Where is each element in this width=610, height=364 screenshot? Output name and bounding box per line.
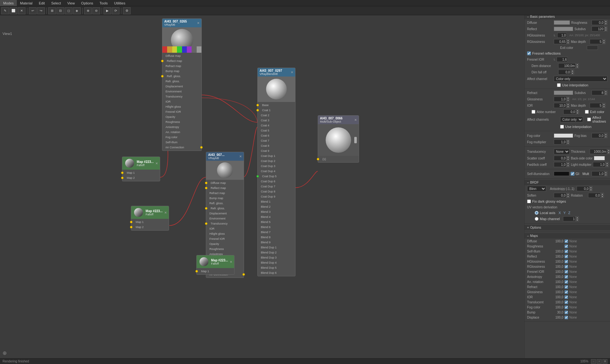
subdivs-down[interactable]: ▼ — [604, 29, 607, 31]
check-abbe[interactable] — [532, 110, 535, 114]
mult-up[interactable]: ▲ — [604, 171, 607, 174]
port-blend-dup5[interactable]: Blend Dup 5 — [258, 265, 295, 270]
port-coat-dup1[interactable]: Coat Dup 1 — [258, 153, 295, 158]
port-inner-refr-gloss[interactable]: Refr. gloss. — [206, 206, 244, 211]
section-maps-header[interactable]: – Maps — [525, 233, 610, 239]
menu-select[interactable]: Select — [48, 0, 64, 6]
port-translucency[interactable]: Translucency — [162, 94, 201, 99]
radio-local-axis[interactable] — [535, 211, 539, 215]
input-refract-subdivs[interactable] — [592, 90, 604, 95]
port-inner-opacity[interactable]: Opacity — [206, 241, 244, 246]
port-anisotropy[interactable]: Anisotropy — [162, 125, 201, 130]
scatter-up[interactable]: ▲ — [566, 156, 570, 158]
node-falloff2-close[interactable]: ✕ — [164, 211, 167, 214]
input-rglossiness[interactable] — [554, 39, 566, 44]
port-blend4[interactable]: Blend 4 — [258, 214, 295, 219]
map-check-1[interactable] — [565, 245, 568, 248]
map-check-11[interactable] — [565, 295, 568, 299]
dem-up[interactable]: ▲ — [576, 63, 579, 66]
thick-up[interactable]: ▲ — [607, 149, 610, 152]
map-check-4[interactable] — [565, 260, 568, 263]
section-brdf-header[interactable]: – BRDF — [525, 180, 610, 185]
port-inner-reflect[interactable]: Reflect map — [206, 185, 244, 191]
swatch-fog-color[interactable] — [554, 133, 573, 138]
input-hgloss-l[interactable] — [557, 33, 567, 38]
input-feedback[interactable] — [554, 162, 566, 167]
roughness-down[interactable]: ▼ — [604, 23, 607, 25]
port-coat2[interactable]: Coat 2 — [258, 113, 295, 118]
select-brdf-type[interactable]: Blinn — [527, 186, 546, 192]
aniso-down[interactable]: ▼ — [589, 189, 593, 191]
map-check-12[interactable] — [565, 300, 568, 304]
port-coat-dup9[interactable]: Coat Dup 9 — [258, 194, 295, 199]
input-glossiness[interactable] — [554, 97, 566, 102]
port-coat-dup4[interactable]: Coat Dup 4 — [258, 169, 295, 174]
port-ior[interactable]: IOR — [162, 99, 201, 104]
dem-down[interactable]: ▼ — [576, 66, 579, 68]
toolbar-btn-2[interactable]: ⬜ — [10, 7, 17, 14]
node-falloff3-close[interactable]: ✕ — [230, 260, 232, 264]
map-check-15[interactable] — [565, 316, 568, 319]
port-falloff2-map2[interactable]: Map 2 — [131, 225, 169, 230]
maxdepthr-down[interactable]: ▼ — [602, 105, 606, 108]
port-inner-environment[interactable]: Environment — [206, 216, 244, 221]
port-inner-fresnel[interactable]: Fresnel IOR — [206, 236, 244, 241]
maxdepth-up[interactable]: ▲ — [602, 39, 606, 42]
port-coat5[interactable]: Coat 5 — [258, 128, 295, 133]
rot-up[interactable]: ▲ — [601, 193, 604, 195]
toolbar-btn-10[interactable]: ⊕ — [84, 7, 92, 14]
abbe-up[interactable]: ▲ — [576, 109, 579, 112]
map-check-3[interactable] — [565, 255, 568, 258]
port-fog-color-main[interactable]: Fog color — [162, 135, 201, 140]
check-exit-color-r[interactable] — [585, 110, 589, 114]
port-blend-dup1[interactable]: Blend Dup 1 — [258, 245, 295, 250]
port-inner-displacement[interactable]: Displacement — [206, 211, 244, 216]
port-blend-dup6[interactable]: Blend Dup 6 — [258, 270, 295, 275]
aniso-up[interactable]: ▲ — [589, 186, 593, 189]
fogbias-up[interactable]: ▲ — [604, 133, 607, 136]
soften-up[interactable]: ▲ — [566, 193, 570, 195]
zoom-out-btn[interactable]: – — [591, 359, 596, 364]
port-coat-dup6[interactable]: Coat Dup 6 — [258, 179, 295, 184]
menu-modes[interactable]: Modes — [0, 0, 17, 6]
section-options-header[interactable]: + Options — [525, 225, 610, 230]
maxdepthr-up[interactable]: ▲ — [602, 103, 606, 105]
input-soften[interactable] — [554, 193, 566, 198]
map-check-5[interactable] — [565, 265, 568, 268]
port-blend6[interactable]: Blend 6 — [258, 225, 295, 230]
node-multisub-close[interactable]: ✕ — [354, 118, 357, 122]
node-falloff1[interactable]: Map #223... Falloff ✕ Map 1 Map 2 — [122, 157, 160, 181]
port-blend5[interactable]: Blend 5 — [258, 219, 295, 225]
port-blend9[interactable]: Blend 9 — [258, 240, 295, 245]
map-check-10[interactable] — [565, 290, 568, 294]
input-dim-falloff[interactable] — [558, 70, 571, 75]
input-subdivs[interactable] — [592, 26, 604, 31]
port-falloff3-map1[interactable]: Map 1 — [197, 269, 234, 274]
abbe-down[interactable]: ▼ — [576, 112, 579, 114]
port-coat3[interactable]: Coat 3 — [258, 118, 295, 123]
port-self-illum-main[interactable]: Self-Illum — [162, 140, 201, 145]
input-dem-distance[interactable] — [558, 63, 576, 68]
port-blend3[interactable]: Blend 3 — [258, 209, 295, 214]
port-inner-roughness[interactable]: Roughness — [206, 246, 244, 252]
port-refract-map[interactable]: Refract map — [162, 64, 201, 69]
map-check-6[interactable] — [565, 270, 568, 273]
port-blend1[interactable]: Blend 1 — [258, 199, 295, 204]
input-abbe[interactable] — [563, 109, 576, 114]
toolbar-btn-7[interactable]: ⊟ — [57, 7, 64, 14]
refrsub-down[interactable]: ▼ — [604, 93, 607, 95]
dimfall-down[interactable]: ▼ — [571, 72, 574, 75]
check-fix-dark[interactable] — [527, 199, 531, 203]
map-check-7[interactable] — [565, 275, 568, 279]
port-falloff1-map2[interactable]: Map 2 — [122, 175, 160, 180]
toolbar-btn-1[interactable]: ✎ — [1, 7, 9, 14]
toolbar-btn-14[interactable]: ⚙ — [123, 7, 131, 14]
toolbar-btn-6[interactable]: ⊞ — [48, 7, 56, 14]
scatter-down[interactable]: ▼ — [566, 158, 570, 161]
check-use-interp-r[interactable] — [560, 125, 564, 129]
menu-edit[interactable]: Edit — [36, 0, 48, 6]
input-ior[interactable] — [554, 103, 566, 108]
node-falloff1-close[interactable]: ✕ — [155, 162, 158, 165]
zoom-in-btn[interactable]: + — [597, 359, 602, 364]
port-blend-dup3[interactable]: Blend Dup 3 — [258, 255, 295, 260]
